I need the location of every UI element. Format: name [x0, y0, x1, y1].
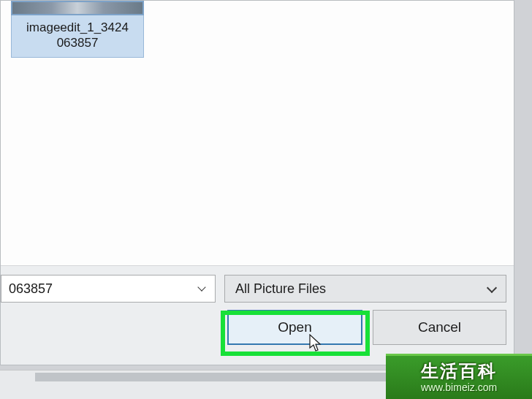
filetype-value: All Picture Files: [235, 281, 326, 297]
button-row: Open Cancel: [227, 310, 506, 345]
file-open-dialog: imageedit_1_3424 063857 063857 All Pictu…: [0, 0, 514, 365]
open-button-label: Open: [278, 319, 311, 335]
filetype-select[interactable]: All Picture Files: [224, 275, 506, 303]
watermark: 生活百科 www.bimeiz.com: [386, 354, 532, 399]
dialog-bottom-panel: 063857 All Picture Files Open Cancel: [1, 265, 514, 365]
file-thumbnail: [11, 1, 144, 15]
chevron-down-icon[interactable]: [197, 284, 208, 294]
filename-input[interactable]: 063857: [1, 275, 216, 303]
filename-row: 063857 All Picture Files: [1, 275, 506, 303]
cancel-button-label: Cancel: [418, 319, 461, 335]
cancel-button[interactable]: Cancel: [373, 310, 506, 345]
open-button[interactable]: Open: [227, 310, 362, 345]
watermark-url: www.bimeiz.com: [421, 381, 497, 393]
chevron-down-icon[interactable]: [487, 284, 497, 294]
file-name-line1: imageedit_1_3424: [15, 20, 140, 35]
file-label-selected: imageedit_1_3424 063857: [11, 15, 144, 58]
file-item[interactable]: imageedit_1_3424 063857: [11, 1, 144, 58]
file-name-line2: 063857: [15, 35, 140, 50]
filename-value: 063857: [9, 281, 53, 297]
watermark-title: 生活百科: [421, 362, 497, 380]
file-list-area[interactable]: imageedit_1_3424 063857: [1, 1, 514, 265]
